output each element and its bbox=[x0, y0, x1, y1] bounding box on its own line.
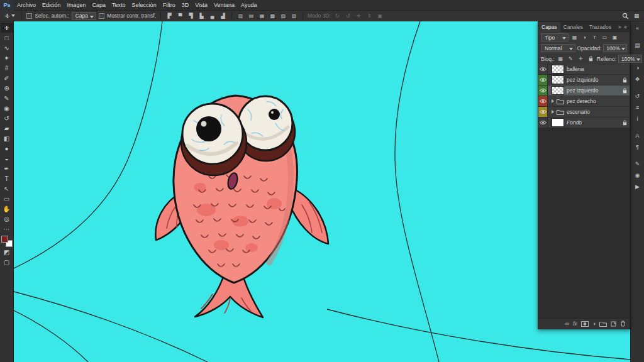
layer-visibility-toggle[interactable] bbox=[538, 64, 548, 74]
color-panel-icon[interactable]: ▤ bbox=[632, 40, 643, 50]
distribute-left-button[interactable]: ▩ bbox=[269, 13, 277, 19]
eraser-tool[interactable]: ▰ bbox=[1, 123, 13, 133]
group-disclosure-icon[interactable] bbox=[552, 99, 554, 103]
layer-visibility-toggle[interactable] bbox=[538, 118, 548, 128]
menu-imagen[interactable]: Imagen bbox=[64, 0, 89, 11]
gradient-tool[interactable]: ◧ bbox=[1, 133, 13, 143]
menu-ventana[interactable]: Ventana bbox=[211, 0, 238, 11]
menu-edicion[interactable]: Edición bbox=[39, 0, 64, 11]
foreground-color-swatch[interactable] bbox=[1, 236, 8, 243]
layer-row-pez-izquierdo-1[interactable]: pez izquierdo bbox=[538, 75, 630, 85]
align-left-button[interactable]: ▛ bbox=[165, 13, 174, 19]
healing-brush-tool[interactable]: ⊕ bbox=[1, 83, 13, 93]
clone-source-panel-icon[interactable]: ◉ bbox=[632, 170, 643, 180]
new-layer-icon[interactable] bbox=[611, 321, 616, 327]
panel-menu-icon[interactable]: ≡ bbox=[624, 24, 627, 30]
move-tool[interactable]: ✛ bbox=[1, 23, 13, 33]
group-row-escenario[interactable]: escenario bbox=[538, 107, 630, 118]
align-hcenter-button[interactable]: ▀ bbox=[176, 13, 184, 19]
path-selection-tool[interactable]: ↖ bbox=[1, 184, 13, 194]
opacity-value[interactable]: 100% bbox=[603, 44, 627, 52]
layer-thumbnail[interactable] bbox=[552, 86, 564, 95]
zoom-tool[interactable]: ◎ bbox=[1, 214, 13, 224]
layer-thumbnail[interactable] bbox=[552, 75, 564, 84]
distribute-vcenter-button[interactable]: ▤ bbox=[247, 13, 255, 19]
layer-row-fondo[interactable]: Fondo bbox=[538, 118, 630, 128]
group-row-pez-derecho[interactable]: pez derecho bbox=[538, 96, 630, 107]
history-brush-tool[interactable]: ↺ bbox=[1, 113, 13, 123]
color-swatches[interactable] bbox=[1, 236, 13, 247]
styles-panel-icon[interactable]: ❖ bbox=[632, 74, 643, 84]
3d-slide-button[interactable]: ⇕ bbox=[365, 13, 374, 19]
edit-toolbar-button[interactable]: ⋯ bbox=[1, 224, 13, 234]
shape-tool[interactable]: ▭ bbox=[1, 194, 13, 204]
link-layers-icon[interactable]: ∞ bbox=[565, 321, 569, 327]
workspace-switcher-icon[interactable]: ▦ bbox=[634, 13, 639, 19]
filter-smartobject-icon[interactable]: ▣ bbox=[611, 33, 619, 41]
menu-seleccion[interactable]: Selección bbox=[129, 0, 160, 11]
distribute-hcenter-button[interactable]: ▨ bbox=[279, 13, 287, 19]
hand-tool[interactable]: ✋ bbox=[1, 204, 13, 214]
search-icon[interactable] bbox=[622, 13, 629, 19]
align-bottom-button[interactable]: ▟ bbox=[219, 13, 227, 19]
layer-visibility-toggle[interactable] bbox=[538, 96, 548, 106]
expand-panels-icon[interactable]: « bbox=[632, 23, 643, 33]
type-tool[interactable]: T bbox=[1, 173, 13, 184]
blur-tool[interactable]: ● bbox=[1, 143, 13, 153]
dodge-tool[interactable]: ◒ bbox=[1, 153, 13, 163]
show-transform-checkbox[interactable] bbox=[99, 13, 104, 19]
pen-tool[interactable]: ✒ bbox=[1, 163, 13, 173]
align-top-button[interactable]: ▙ bbox=[197, 13, 206, 19]
collapse-panel-icon[interactable]: » bbox=[618, 24, 621, 30]
menu-texto[interactable]: Texto bbox=[109, 0, 129, 11]
layer-style-icon[interactable]: fx bbox=[573, 321, 577, 327]
distribute-top-button[interactable]: ▥ bbox=[236, 13, 245, 19]
quick-mask-button[interactable]: ◩ bbox=[1, 247, 13, 257]
new-group-icon[interactable] bbox=[599, 321, 607, 327]
filter-shape-icon[interactable]: ▭ bbox=[601, 33, 609, 41]
auto-select-checkbox[interactable] bbox=[26, 13, 32, 19]
adjustment-layer-icon[interactable]: ◑ bbox=[592, 321, 596, 327]
lock-pixels-icon[interactable]: ✎ bbox=[567, 55, 575, 63]
menu-vista[interactable]: Vista bbox=[192, 0, 211, 11]
layer-visibility-toggle[interactable] bbox=[538, 107, 548, 117]
eyedropper-tool[interactable]: ✐ bbox=[1, 73, 13, 83]
auto-select-target-dropdown[interactable]: Capa bbox=[72, 12, 96, 20]
history-panel-icon[interactable]: ↺ bbox=[632, 91, 643, 101]
filter-type-icon[interactable]: T bbox=[591, 33, 599, 41]
layer-thumbnail[interactable] bbox=[552, 118, 564, 127]
layer-row-ballena[interactable]: ballena bbox=[538, 64, 630, 75]
layer-row-pez-izquierdo-2-selected[interactable]: pez izquierdo bbox=[538, 85, 630, 96]
3d-rotate-button[interactable]: ↻ bbox=[333, 13, 341, 19]
crop-tool[interactable]: # bbox=[1, 63, 13, 73]
brushes-panel-icon[interactable]: ✎ bbox=[632, 159, 643, 168]
screen-mode-button[interactable]: ▢ bbox=[1, 257, 13, 267]
layer-thumbnail[interactable] bbox=[552, 65, 564, 74]
layer-visibility-toggle[interactable] bbox=[538, 85, 548, 96]
tab-canales[interactable]: Canales bbox=[560, 22, 586, 32]
blend-mode-dropdown[interactable]: Normal bbox=[541, 44, 575, 52]
adjustments-panel-icon[interactable]: ◑ bbox=[632, 63, 643, 72]
layer-visibility-toggle[interactable] bbox=[538, 75, 548, 85]
filter-adjustment-icon[interactable]: ◑ bbox=[580, 33, 589, 41]
properties-panel-icon[interactable]: ≡ bbox=[632, 102, 643, 112]
quick-selection-tool[interactable]: ✶ bbox=[1, 53, 13, 63]
menu-archivo[interactable]: Archivo bbox=[14, 0, 39, 11]
paragraph-panel-icon[interactable]: ¶ bbox=[632, 142, 643, 151]
delete-layer-icon[interactable] bbox=[620, 321, 626, 327]
tool-preset-dropdown[interactable]: ✛ bbox=[3, 13, 17, 19]
brush-tool[interactable]: ✎ bbox=[1, 93, 13, 103]
menu-filtro[interactable]: Filtro bbox=[160, 0, 179, 11]
distribute-right-button[interactable]: ▧ bbox=[290, 13, 298, 19]
character-panel-icon[interactable]: A bbox=[632, 131, 643, 140]
align-right-button[interactable]: ▜ bbox=[187, 13, 195, 19]
timeline-panel-icon[interactable]: ▶ bbox=[632, 182, 643, 191]
fill-value[interactable]: 100% bbox=[618, 55, 642, 63]
3d-scale-button[interactable]: ▣ bbox=[376, 13, 384, 19]
lock-transparency-icon[interactable]: ▦ bbox=[557, 55, 565, 63]
lock-position-icon[interactable]: ✛ bbox=[577, 55, 585, 63]
3d-roll-button[interactable]: ↺ bbox=[344, 13, 352, 19]
clone-stamp-tool[interactable]: ◉ bbox=[1, 103, 13, 113]
tab-capas[interactable]: Capas bbox=[538, 22, 560, 32]
marquee-tool[interactable]: □ bbox=[1, 33, 13, 43]
